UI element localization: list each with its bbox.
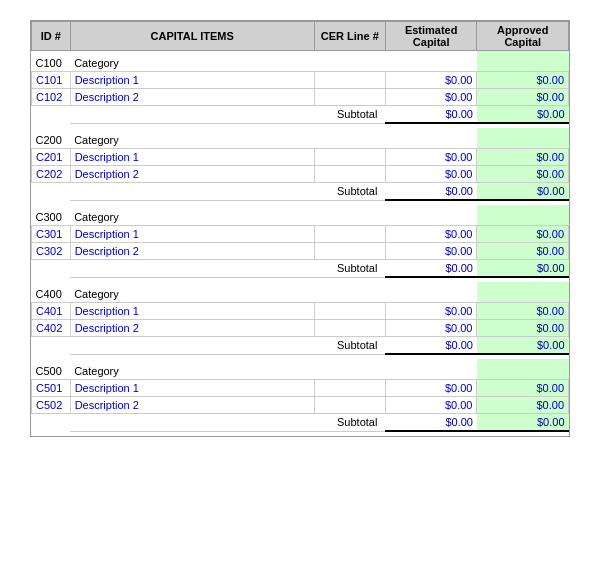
- table-header: ID # CAPITAL ITEMS CER Line # EstimatedC…: [32, 22, 569, 51]
- row-cer: [314, 226, 385, 243]
- subtotal-label: Subtotal: [70, 183, 385, 201]
- row-cer: [314, 397, 385, 414]
- table-row: C402 Description 2 $0.00 $0.00: [32, 320, 569, 337]
- table-row: C502 Description 2 $0.00 $0.00: [32, 397, 569, 414]
- row-id: C302: [32, 243, 71, 260]
- row-cer: [314, 72, 385, 89]
- category-label: Category: [70, 359, 385, 380]
- table-row: C301 Description 1 $0.00 $0.00: [32, 226, 569, 243]
- row-description: Description 2: [70, 243, 314, 260]
- category-label: Category: [70, 282, 385, 303]
- category-row: C300 Category: [32, 205, 569, 226]
- row-cer: [314, 243, 385, 260]
- category-label: Category: [70, 205, 385, 226]
- row-estimated: $0.00: [385, 166, 477, 183]
- row-id: C102: [32, 89, 71, 106]
- subtotal-estimated: $0.00: [385, 106, 477, 124]
- header-id: ID #: [32, 22, 71, 51]
- subtotal-label: Subtotal: [70, 260, 385, 278]
- capital-items-table: ID # CAPITAL ITEMS CER Line # EstimatedC…: [30, 20, 570, 437]
- row-id: C402: [32, 320, 71, 337]
- subtotal-estimated: $0.00: [385, 260, 477, 278]
- row-id: C202: [32, 166, 71, 183]
- subtotal-row: Subtotal $0.00 $0.00: [32, 183, 569, 201]
- row-cer: [314, 320, 385, 337]
- category-id: C400: [32, 282, 71, 303]
- row-estimated: $0.00: [385, 226, 477, 243]
- table-row: C501 Description 1 $0.00 $0.00: [32, 380, 569, 397]
- table-row: C202 Description 2 $0.00 $0.00: [32, 166, 569, 183]
- category-id: C200: [32, 128, 71, 149]
- subtotal-row: Subtotal $0.00 $0.00: [32, 260, 569, 278]
- row-cer: [314, 166, 385, 183]
- row-approved: $0.00: [477, 380, 569, 397]
- row-estimated: $0.00: [385, 303, 477, 320]
- category-id: C300: [32, 205, 71, 226]
- row-cer: [314, 303, 385, 320]
- header-estimated-capital: EstimatedCapital: [385, 22, 477, 51]
- row-estimated: $0.00: [385, 72, 477, 89]
- row-id: C201: [32, 149, 71, 166]
- table-row: C302 Description 2 $0.00 $0.00: [32, 243, 569, 260]
- subtotal-row: Subtotal $0.00 $0.00: [32, 106, 569, 124]
- category-row: C200 Category: [32, 128, 569, 149]
- header-capital-items: CAPITAL ITEMS: [70, 22, 314, 51]
- row-cer: [314, 149, 385, 166]
- category-label: Category: [70, 128, 385, 149]
- row-id: C501: [32, 380, 71, 397]
- row-description: Description 2: [70, 397, 314, 414]
- row-estimated: $0.00: [385, 320, 477, 337]
- subtotal-estimated: $0.00: [385, 183, 477, 201]
- row-id: C502: [32, 397, 71, 414]
- row-approved: $0.00: [477, 397, 569, 414]
- row-estimated: $0.00: [385, 380, 477, 397]
- subtotal-estimated: $0.00: [385, 414, 477, 432]
- row-cer: [314, 380, 385, 397]
- subtotal-label: Subtotal: [70, 337, 385, 355]
- subtotal-approved: $0.00: [477, 260, 569, 278]
- table-row: C201 Description 1 $0.00 $0.00: [32, 149, 569, 166]
- row-cer: [314, 89, 385, 106]
- subtotal-label: Subtotal: [70, 414, 385, 432]
- subtotal-approved: $0.00: [477, 106, 569, 124]
- row-description: Description 2: [70, 320, 314, 337]
- row-description: Description 1: [70, 72, 314, 89]
- row-approved: $0.00: [477, 303, 569, 320]
- header-approved-capital: ApprovedCapital: [477, 22, 569, 51]
- row-estimated: $0.00: [385, 243, 477, 260]
- row-estimated: $0.00: [385, 149, 477, 166]
- subtotal-estimated: $0.00: [385, 337, 477, 355]
- subtotal-label: Subtotal: [70, 106, 385, 124]
- subtotal-row: Subtotal $0.00 $0.00: [32, 337, 569, 355]
- row-description: Description 1: [70, 149, 314, 166]
- row-approved: $0.00: [477, 166, 569, 183]
- row-estimated: $0.00: [385, 89, 477, 106]
- category-id: C500: [32, 359, 71, 380]
- table-row: C102 Description 2 $0.00 $0.00: [32, 89, 569, 106]
- row-approved: $0.00: [477, 243, 569, 260]
- row-description: Description 2: [70, 89, 314, 106]
- category-row: C500 Category: [32, 359, 569, 380]
- row-id: C101: [32, 72, 71, 89]
- row-approved: $0.00: [477, 226, 569, 243]
- category-id: C100: [32, 51, 71, 72]
- category-label: Category: [70, 51, 385, 72]
- row-approved: $0.00: [477, 72, 569, 89]
- row-approved: $0.00: [477, 320, 569, 337]
- row-description: Description 2: [70, 166, 314, 183]
- subtotal-approved: $0.00: [477, 414, 569, 432]
- header-cer-line: CER Line #: [314, 22, 385, 51]
- subtotal-approved: $0.00: [477, 337, 569, 355]
- table-row: C401 Description 1 $0.00 $0.00: [32, 303, 569, 320]
- row-approved: $0.00: [477, 89, 569, 106]
- category-row: C400 Category: [32, 282, 569, 303]
- subtotal-row: Subtotal $0.00 $0.00: [32, 414, 569, 432]
- table-row: C101 Description 1 $0.00 $0.00: [32, 72, 569, 89]
- row-id: C401: [32, 303, 71, 320]
- category-row: C100 Category: [32, 51, 569, 72]
- subtotal-approved: $0.00: [477, 183, 569, 201]
- row-description: Description 1: [70, 303, 314, 320]
- row-approved: $0.00: [477, 149, 569, 166]
- row-id: C301: [32, 226, 71, 243]
- spacer-row: [32, 431, 569, 436]
